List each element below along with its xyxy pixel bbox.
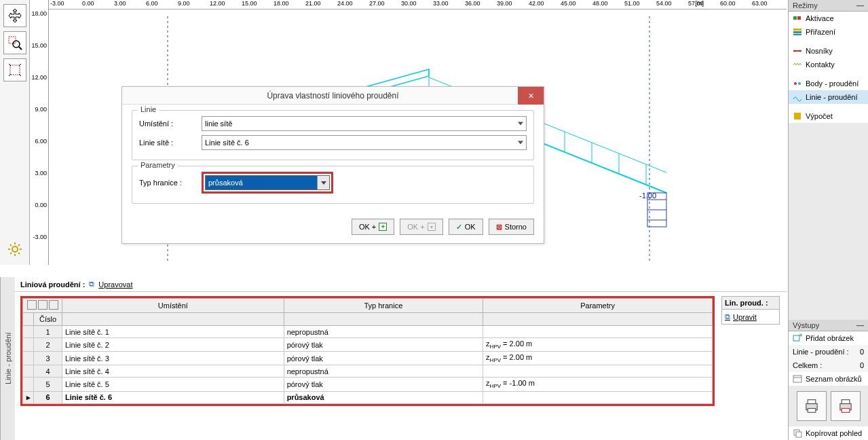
table-row[interactable]: 1Linie sítě č. 1nepropustná <box>23 326 713 338</box>
svg-text:+: + <box>799 333 802 339</box>
mode-linie-proudeni[interactable]: Linie - proudění <box>789 90 868 104</box>
mode-kontakty[interactable]: Kontakty <box>789 58 868 71</box>
highlight-typ-hranice: průsaková <box>202 172 333 194</box>
svg-point-26 <box>794 50 796 52</box>
svg-point-28 <box>794 82 797 85</box>
svg-rect-23 <box>793 31 801 33</box>
ruler-top: [m] -3.000.003.006.009.0012.0015.0018.00… <box>30 0 787 10</box>
panel-header-modes: Režimy — <box>789 0 868 12</box>
mode-prirazeni[interactable]: Přiřazení <box>789 25 868 39</box>
svg-point-1 <box>13 41 20 48</box>
vertical-tab-linie-proudeni[interactable]: Linie - proudění <box>0 277 15 440</box>
col-parametry: Parametry <box>483 299 713 313</box>
fieldset-parametry: Parametry Typ hranice : průsaková <box>132 166 534 204</box>
svg-rect-39 <box>842 400 850 404</box>
dialog-close-button[interactable]: ✕ <box>518 87 544 105</box>
table-highlight: Umístění Typ hranice Parametry Číslo 1Li… <box>20 296 715 406</box>
right-panel: Režimy — Aktivace Přiřazení Nosníky Kont… <box>788 0 868 440</box>
col-umisteni: Umístění <box>62 299 284 313</box>
svg-rect-36 <box>808 400 816 404</box>
ok-down-button: OK +▾ <box>400 219 442 235</box>
select-umisteni[interactable]: linie sítě <box>202 116 527 131</box>
svg-rect-22 <box>793 29 801 31</box>
dialog-title-text: Úprava vlastností liniového proudění <box>122 91 544 100</box>
edit-link[interactable]: Upravovat <box>98 280 132 289</box>
svg-point-27 <box>799 50 801 52</box>
panel-header-outputs: Výstupy — <box>789 320 868 331</box>
annotation-value: -1.00 <box>639 191 656 200</box>
table-row[interactable]: 2Linie sítě č. 2pórový tlakzHPV = 2.00 m <box>23 338 713 352</box>
print-button[interactable] <box>797 391 827 421</box>
dialog-titlebar[interactable]: Úprava vlastností liniového proudění ✕ <box>122 87 544 105</box>
svg-rect-0 <box>9 37 16 43</box>
move-tool[interactable] <box>3 4 26 27</box>
collapse-icon[interactable]: — <box>856 1 864 10</box>
zoom-tool[interactable] <box>3 31 26 54</box>
mode-body-proudeni[interactable]: Body - proudění <box>789 77 868 90</box>
fit-tool[interactable] <box>3 58 26 81</box>
svg-rect-20 <box>793 16 797 20</box>
legend-linie: Linie <box>138 105 159 113</box>
ok-button[interactable]: ✓OK <box>449 219 483 235</box>
svg-point-29 <box>798 82 801 85</box>
bottom-header: Liniová proudění : ⧉ Upravovat <box>15 277 787 292</box>
mode-aktivace[interactable]: Aktivace <box>789 12 868 25</box>
svg-line-2 <box>19 47 22 50</box>
settings-gear[interactable] <box>3 238 26 261</box>
svg-rect-3 <box>10 65 20 75</box>
copy-view-button[interactable]: Kopírovat pohled <box>789 426 868 440</box>
svg-rect-24 <box>793 34 801 35</box>
side-edit-box: Lin. proud. : ⧉Upravit <box>721 296 780 410</box>
fieldset-linie: Linie Umístění : linie sítě Linie sítě :… <box>132 110 534 160</box>
label-umisteni: Umístění : <box>139 120 202 128</box>
col-typ-hranice: Typ hranice <box>284 299 483 313</box>
svg-rect-21 <box>797 16 801 20</box>
svg-rect-37 <box>808 409 816 413</box>
collapse-icon[interactable]: — <box>856 321 864 329</box>
print-pdf-button[interactable] <box>831 391 861 421</box>
cancel-button[interactable]: ⊠Storno <box>489 219 534 235</box>
svg-rect-30 <box>794 113 801 120</box>
table-row[interactable]: 4Linie sítě č. 4nepropustná <box>23 365 713 378</box>
ruler-left: 18.0015.0012.009.006.003.000.00-3.00 <box>30 0 49 265</box>
legend-parametry: Parametry <box>138 161 178 169</box>
table-row[interactable]: 5Linie sítě č. 5pórový tlakzHPV = -1.00 … <box>23 378 713 391</box>
table-row[interactable]: 3Linie sítě č. 3pórový tlakzHPV = 2.00 m <box>23 352 713 365</box>
bottom-panel: Linie - proudění Liniová proudění : ⧉ Up… <box>0 277 787 440</box>
svg-point-4 <box>12 246 18 252</box>
svg-rect-33 <box>793 375 801 382</box>
add-image-button[interactable]: +Přidat obrázek <box>789 331 868 345</box>
table-row[interactable]: ▸6Linie sítě č. 6průsaková <box>23 391 713 403</box>
svg-rect-42 <box>796 432 801 437</box>
side-edit-button[interactable]: ⧉Upravit <box>725 312 776 321</box>
chevron-down-icon <box>317 176 329 189</box>
dialog-line-flow-edit: Úprava vlastností liniového proudění ✕ L… <box>121 86 544 244</box>
left-toolbar <box>0 0 30 265</box>
label-linie-site: Linie sítě : <box>139 139 202 147</box>
mode-vypocet[interactable]: Výpočet <box>789 109 868 123</box>
list-images-button[interactable]: Seznam obrázků <box>789 372 868 386</box>
modes-list: Aktivace Přiřazení Nosníky Kontakty Body… <box>789 12 868 123</box>
label-typ-hranice: Typ hranice : <box>139 179 202 187</box>
line-flow-table: Umístění Typ hranice Parametry Číslo 1Li… <box>22 298 713 404</box>
select-linie-site[interactable]: Linie sítě č. 6 <box>202 135 527 150</box>
ok-plus-button[interactable]: OK ++ <box>352 219 394 235</box>
output-count-linie: Linie - proudění :0 <box>789 345 868 359</box>
mode-nosniky[interactable]: Nosníky <box>789 44 868 58</box>
output-count-celkem: Celkem :0 <box>789 359 868 372</box>
select-typ-hranice[interactable]: průsaková <box>205 175 330 190</box>
svg-rect-40 <box>842 409 850 413</box>
